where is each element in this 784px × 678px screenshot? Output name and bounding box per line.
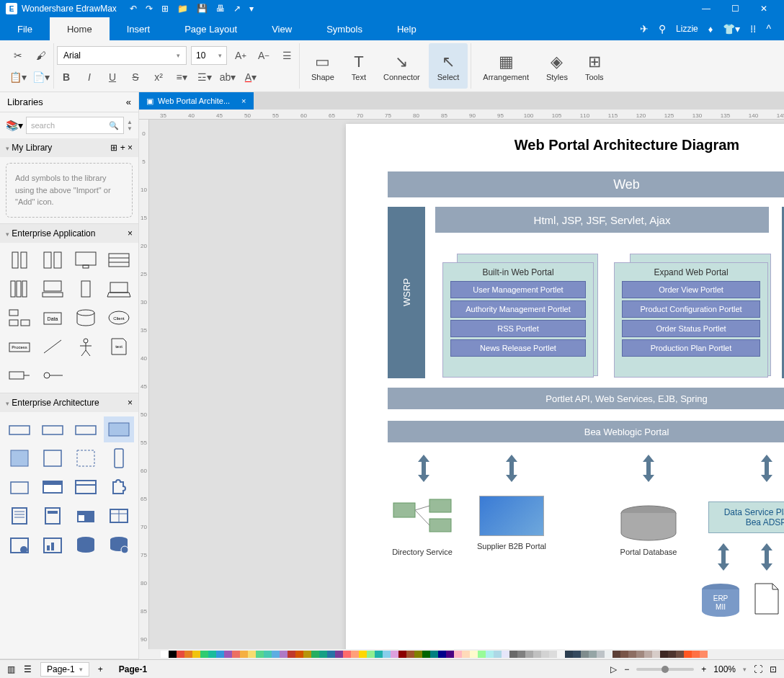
color-swatch[interactable] bbox=[502, 651, 509, 658]
html-block[interactable]: Html, JSP, JSF, Servlet, Ajax bbox=[435, 207, 769, 233]
arrow-icon[interactable] bbox=[758, 540, 775, 574]
color-swatch[interactable] bbox=[676, 651, 684, 658]
menu-view[interactable]: View bbox=[254, 17, 309, 40]
color-swatch[interactable] bbox=[462, 651, 470, 658]
import-icon[interactable]: ⊞ bbox=[110, 143, 117, 153]
zoom-out-icon[interactable]: − bbox=[624, 664, 629, 674]
arrangement-button[interactable]: ▦Arrangement bbox=[474, 43, 538, 89]
shape-square-fill[interactable] bbox=[4, 445, 35, 471]
bold-icon[interactable]: B bbox=[57, 68, 76, 86]
portlet-row[interactable]: Order Status Portlet bbox=[622, 320, 760, 337]
portlet-row[interactable]: Production Plan Portlet bbox=[622, 339, 760, 357]
color-swatch[interactable] bbox=[232, 651, 240, 658]
color-swatch[interactable] bbox=[422, 651, 430, 658]
shape-actor[interactable] bbox=[71, 334, 101, 360]
collapse-libraries-icon[interactable]: « bbox=[126, 97, 131, 107]
color-swatch[interactable] bbox=[295, 651, 303, 658]
shape-line[interactable] bbox=[37, 334, 68, 360]
shape-grid[interactable] bbox=[104, 503, 134, 529]
color-swatch[interactable] bbox=[406, 651, 414, 658]
portlet-row[interactable]: User Management Portlet bbox=[450, 281, 586, 298]
shape-lollipop[interactable] bbox=[37, 362, 68, 388]
bullet-icon[interactable]: ☰ bbox=[277, 46, 296, 65]
color-swatch[interactable] bbox=[248, 651, 256, 658]
color-swatch[interactable] bbox=[280, 651, 288, 658]
color-swatch[interactable] bbox=[335, 651, 343, 658]
styles-button[interactable]: ◈Styles bbox=[538, 43, 576, 89]
color-swatch[interactable] bbox=[359, 651, 367, 658]
font-select[interactable]: Arial▾ bbox=[57, 46, 187, 65]
font-size-select[interactable]: 10▾ bbox=[191, 46, 227, 65]
web-block[interactable]: Web bbox=[388, 171, 784, 197]
weblogic-block[interactable]: Bea Weblogic Portal bbox=[388, 421, 784, 442]
color-swatch[interactable] bbox=[351, 651, 359, 658]
portlet-row[interactable]: Order View Portlet bbox=[622, 281, 760, 298]
print-icon[interactable]: 🖶 bbox=[216, 4, 225, 14]
shape-button[interactable]: ▭Shape bbox=[303, 43, 343, 89]
color-swatch[interactable] bbox=[478, 651, 486, 658]
zoom-level[interactable]: 100% bbox=[713, 664, 736, 674]
format-painter-icon[interactable]: 🖌 bbox=[32, 46, 50, 65]
color-swatch[interactable] bbox=[454, 651, 462, 658]
shape-process[interactable]: Process bbox=[4, 334, 35, 360]
color-swatch[interactable] bbox=[652, 651, 660, 658]
shape-client[interactable]: Client bbox=[104, 305, 134, 331]
menu-insert[interactable]: Insert bbox=[110, 17, 168, 40]
portlet-row[interactable]: Product Configuration Portlet bbox=[622, 300, 760, 318]
copy-icon[interactable]: 📋▾ bbox=[9, 68, 27, 86]
color-swatch[interactable] bbox=[184, 651, 192, 658]
arrow-icon[interactable] bbox=[415, 452, 432, 485]
tools-button[interactable]: ⊞Tools bbox=[576, 43, 612, 89]
superscript-icon[interactable]: x² bbox=[149, 68, 168, 86]
erp-icon[interactable]: ERPMII bbox=[699, 582, 742, 625]
shape-tower[interactable] bbox=[37, 247, 68, 273]
color-swatch[interactable] bbox=[533, 651, 541, 658]
menu-symbols[interactable]: Symbols bbox=[309, 17, 380, 40]
color-swatch[interactable] bbox=[494, 651, 502, 658]
close-section-icon[interactable]: × bbox=[128, 398, 133, 408]
shape-report[interactable] bbox=[37, 532, 68, 558]
color-swatch[interactable] bbox=[517, 651, 525, 658]
wsrp-block[interactable]: WSRP bbox=[388, 207, 425, 378]
shape-pc[interactable] bbox=[71, 276, 101, 302]
color-swatch[interactable] bbox=[549, 651, 557, 658]
shape-desktop[interactable] bbox=[37, 276, 68, 302]
send-icon[interactable]: ✈ bbox=[640, 23, 649, 35]
portlet-row[interactable]: News Release Portlet bbox=[450, 339, 586, 357]
color-swatch[interactable] bbox=[612, 651, 620, 658]
add-page-icon[interactable]: + bbox=[98, 664, 103, 674]
paste-icon[interactable]: 📄▾ bbox=[32, 68, 50, 86]
color-swatch[interactable] bbox=[383, 651, 391, 658]
portal-database[interactable]: Portal Database bbox=[612, 503, 685, 556]
theme-icon[interactable]: 👕▾ bbox=[723, 23, 740, 35]
undo-icon[interactable]: ↶ bbox=[130, 4, 137, 14]
shape-db[interactable] bbox=[71, 532, 101, 558]
play-icon[interactable]: ▷ bbox=[610, 664, 617, 674]
shape-rect3[interactable] bbox=[71, 416, 101, 442]
color-swatch[interactable] bbox=[565, 651, 573, 658]
color-swatch[interactable] bbox=[375, 651, 383, 658]
portlet-row[interactable]: RSS Portlet bbox=[450, 320, 586, 337]
menu-page-layout[interactable]: Page Layout bbox=[167, 17, 254, 40]
lib-next-icon[interactable]: ▼ bbox=[127, 125, 133, 132]
shape-tablet[interactable] bbox=[4, 474, 35, 500]
enterprise-app-header[interactable]: ▾ Enterprise Application × bbox=[0, 224, 138, 243]
shape-rect2[interactable] bbox=[37, 416, 68, 442]
color-swatch[interactable] bbox=[692, 651, 700, 658]
color-swatch[interactable] bbox=[509, 651, 517, 658]
color-swatch[interactable] bbox=[200, 651, 208, 658]
arrow-icon[interactable] bbox=[715, 540, 732, 574]
expand-portal-group[interactable]: Expand Web Portal Order View Portlet Pro… bbox=[614, 262, 768, 378]
library-search-input[interactable]: search 🔍 bbox=[26, 117, 124, 134]
color-swatch[interactable] bbox=[240, 651, 248, 658]
shape-form[interactable] bbox=[37, 503, 68, 529]
export-icon[interactable]: ↗ bbox=[233, 4, 241, 14]
highlight-icon[interactable]: ab▾ bbox=[218, 68, 237, 86]
menu-file[interactable]: File bbox=[0, 17, 50, 40]
color-swatch[interactable] bbox=[486, 651, 494, 658]
close-tab-icon[interactable]: × bbox=[241, 97, 246, 105]
zoom-slider[interactable] bbox=[636, 668, 694, 671]
shape-data[interactable]: Data bbox=[37, 305, 68, 331]
shape-plugin[interactable] bbox=[104, 474, 134, 500]
color-swatch[interactable] bbox=[581, 651, 589, 658]
